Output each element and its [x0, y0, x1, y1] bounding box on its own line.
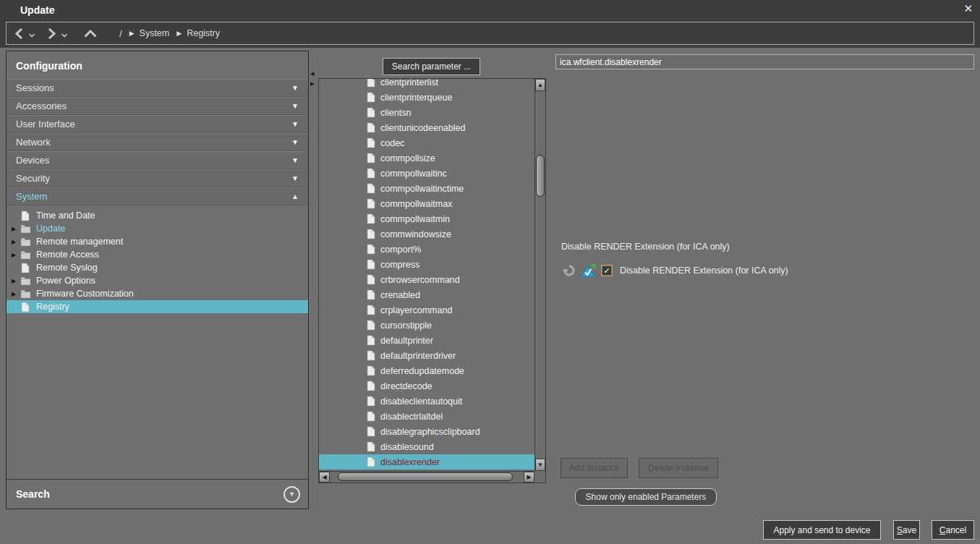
registry-path-field[interactable] [555, 54, 974, 69]
section-caret-icon [291, 102, 299, 110]
breadcrumb-separator-icon: ▶ [176, 30, 182, 37]
parameter-item[interactable]: commpollwaitmax [319, 196, 534, 211]
config-section-header[interactable]: Devices [7, 151, 308, 169]
tree-item[interactable]: Firmware Customization [7, 287, 308, 300]
expander-icon[interactable] [7, 278, 17, 284]
tree-item[interactable]: Update [7, 222, 308, 235]
tree-item[interactable]: Power Options [7, 274, 308, 287]
breadcrumb-item[interactable]: ▶ Registry [169, 28, 220, 38]
apply-parameter-icon[interactable] [581, 264, 596, 278]
folder-icon [20, 224, 31, 234]
breadcrumb-item[interactable]: ▶ System [122, 28, 170, 38]
parameter-item[interactable]: commpollsize [319, 150, 534, 166]
configuration-panel: Configuration Sessions Accessories User … [6, 51, 309, 509]
parameter-item[interactable]: defaultprinterdriver [319, 348, 534, 363]
parameter-item[interactable]: disablegraphicsclipboard [319, 424, 534, 439]
tree-item[interactable]: Remote management [7, 235, 308, 248]
parameter-item[interactable]: crbrowsercommand [319, 272, 534, 287]
back-button[interactable] [14, 27, 35, 40]
scroll-down-icon[interactable] [535, 459, 545, 471]
parameter-item[interactable]: comport% [319, 242, 534, 257]
parameter-item[interactable]: commpollwaitmin [319, 211, 534, 226]
parameter-item[interactable]: commpollwaitinctime [319, 181, 534, 196]
add-instance-button[interactable]: Add Instance [561, 458, 628, 478]
apply-and-send-button[interactable]: Apply and send to device [763, 520, 881, 540]
scroll-left-icon[interactable] [319, 472, 330, 483]
search-collapse-icon[interactable]: ▼ [284, 486, 300, 503]
parameter-item[interactable]: clientprinterqueue [319, 90, 534, 105]
scroll-up-icon[interactable] [535, 79, 545, 91]
save-button[interactable]: Save [893, 520, 920, 540]
parameter-item[interactable]: crenabled [319, 287, 534, 302]
config-section-header[interactable]: Sessions [7, 79, 308, 97]
show-only-enabled-button[interactable]: Show only enabled Parameters [575, 488, 717, 506]
parameter-title: Disable RENDER Extension (for ICA only) [561, 242, 730, 252]
config-section-header[interactable]: Security [7, 169, 308, 187]
parameter-item[interactable]: disablexrender [319, 454, 534, 469]
close-icon[interactable]: ✕ [963, 2, 973, 15]
parameter-checkbox[interactable]: ✓ [601, 265, 613, 276]
parameter-item[interactable]: directdecode [319, 378, 534, 394]
expander-icon[interactable] [7, 291, 17, 297]
parameter-item[interactable]: commpollwaitinc [319, 166, 534, 181]
parameter-item[interactable]: clientprinterlist [319, 79, 534, 90]
panel-splitter[interactable] [310, 51, 315, 509]
tree-item[interactable]: Time and Date [7, 209, 308, 222]
splitter-collapse-icon[interactable] [310, 71, 314, 77]
delete-instance-button[interactable]: Delete Instance [639, 458, 718, 478]
splitter-expand-icon[interactable] [310, 81, 314, 87]
parameter-item[interactable]: disablectrlaltdel [319, 409, 534, 424]
system-tree: Time and Date Update [7, 205, 308, 479]
checkmark-icon: ✓ [603, 267, 610, 275]
parameter-item[interactable]: commwindowsize [319, 226, 534, 242]
document-icon [367, 213, 375, 224]
horizontal-scrollbar-thumb[interactable] [338, 472, 513, 481]
document-icon [367, 305, 375, 315]
document-icon [21, 211, 30, 221]
config-section-header[interactable]: System [7, 187, 308, 205]
forward-button[interactable] [46, 27, 68, 40]
parameter-item[interactable]: disablesound [319, 439, 534, 454]
document-icon [367, 137, 375, 148]
parameter-item[interactable]: cursorstipple [319, 318, 534, 333]
document-icon [21, 302, 30, 313]
parameter-item[interactable]: compress [319, 257, 534, 272]
search-parameter-button[interactable]: Search parameter ... [383, 58, 480, 75]
document-icon [367, 381, 375, 391]
config-section-header[interactable]: User Interface [7, 115, 308, 133]
document-icon [367, 274, 375, 285]
config-section-header[interactable]: Network [7, 133, 308, 151]
document-icon [367, 259, 375, 270]
section-caret-icon [291, 192, 299, 200]
document-icon [367, 244, 375, 255]
document-icon [367, 441, 375, 452]
cancel-button[interactable]: Cancel [932, 520, 974, 540]
tree-item[interactable]: Remote Syslog [7, 261, 308, 274]
parameter-item[interactable]: disableclientautoquit [319, 394, 534, 409]
vertical-scrollbar[interactable] [534, 79, 545, 471]
parameter-item[interactable]: deferredupdatemode [319, 363, 534, 378]
parameter-item[interactable]: clientunicodeenabled [319, 120, 534, 135]
navigation-bar: / ▶ System ▶ Registry [6, 22, 974, 45]
config-section-header[interactable]: Accessories [7, 97, 308, 115]
expander-icon[interactable] [7, 239, 17, 245]
expander-icon[interactable] [7, 252, 17, 258]
reset-parameter-icon[interactable] [563, 264, 576, 277]
horizontal-scrollbar[interactable] [319, 471, 534, 483]
search-section[interactable]: Search ▼ [7, 479, 308, 509]
tree-item[interactable]: Remote Access [7, 248, 308, 261]
parameter-item[interactable]: defaultprinter [319, 333, 534, 348]
parameter-item[interactable]: clientsn [319, 105, 534, 120]
expander-icon[interactable] [7, 226, 17, 232]
parameter-item[interactable]: codec [319, 135, 534, 150]
vertical-scrollbar-thumb[interactable] [536, 155, 545, 197]
up-button[interactable] [83, 29, 98, 38]
scroll-right-icon[interactable] [524, 472, 534, 483]
folder-icon [20, 289, 31, 299]
parameter-item[interactable]: crplayercommand [319, 302, 534, 318]
parameter-row: ✓ Disable RENDER Extension (for ICA only… [563, 263, 788, 279]
tree-item[interactable]: Registry [7, 300, 308, 313]
document-icon [367, 396, 375, 407]
document-icon [367, 92, 375, 103]
breadcrumb-separator-icon: ▶ [129, 30, 135, 37]
